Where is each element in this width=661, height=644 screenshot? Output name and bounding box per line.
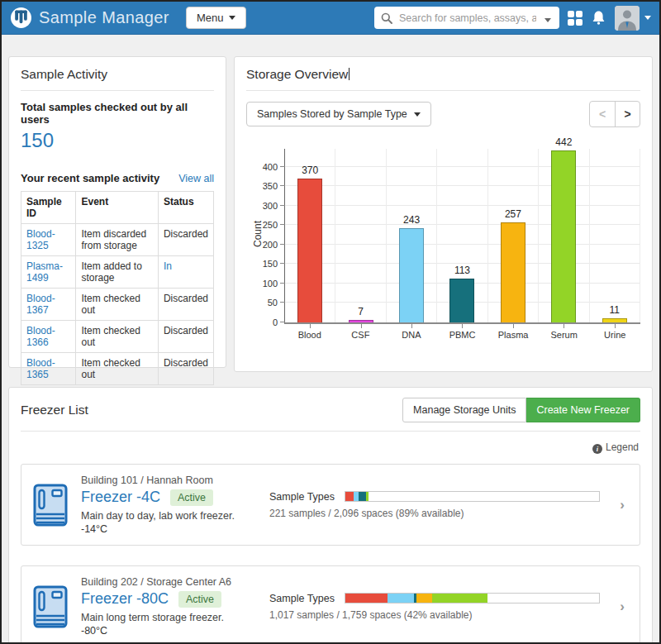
total-checked-out-label: Total samples checked out by all users	[21, 101, 214, 126]
y-tick-label: 300	[263, 201, 278, 211]
chart-column: 11	[590, 149, 640, 322]
search-dropdown-caret[interactable]	[543, 9, 553, 27]
bar-value-label: 7	[335, 306, 385, 317]
y-tick-label: 100	[263, 279, 278, 289]
x-tick	[615, 324, 616, 328]
app-title: Sample Manager	[39, 8, 169, 27]
app-logo[interactable]: Sample Manager	[10, 7, 169, 29]
create-new-freezer-button[interactable]: Create New Freezer	[526, 398, 640, 422]
y-tick-label: 50	[268, 298, 278, 308]
storage-overview-panel: Storage Overview Samples Stored by Sampl…	[234, 56, 653, 372]
sample-types-label: Sample Types	[269, 491, 335, 503]
sample-id-link[interactable]: Blood-1367	[21, 289, 76, 321]
bar-value-label: 113	[437, 265, 487, 276]
chart-column: 370	[285, 149, 335, 322]
user-avatar	[615, 6, 640, 31]
x-tick-label: Blood	[284, 330, 335, 340]
sample-activity-title: Sample Activity	[21, 67, 214, 82]
chart-column: 7	[335, 149, 386, 322]
freezer-card[interactable]: Building 101 / Hannah Room Freezer -4C A…	[21, 464, 640, 546]
freezer-name-link[interactable]: Freezer -80C	[81, 590, 169, 608]
freezer-breadcrumb: Building 202 / Storage Center A6	[81, 576, 256, 588]
bar-dna	[399, 228, 424, 322]
freezer-icon	[33, 585, 68, 628]
bar-value-label: 243	[387, 214, 436, 226]
recent-activity-label: Your recent sample activity	[21, 172, 159, 184]
status-cell: Discarded	[158, 224, 213, 256]
freezer-card[interactable]: Building 202 / Storage Center A6 Freezer…	[21, 565, 640, 644]
chart-column: 113	[437, 149, 487, 322]
chevron-right-icon[interactable]: ›	[613, 599, 631, 615]
sample-id-link[interactable]: Blood-1366	[21, 321, 76, 353]
x-tick	[361, 324, 362, 328]
notifications-bell-icon[interactable]	[591, 10, 606, 26]
y-tick-label: 200	[263, 240, 278, 250]
x-tick-label: Urine	[589, 330, 640, 340]
sample-activity-panel: Sample Activity Total samples checked ou…	[8, 56, 226, 368]
event-cell: Item added to storage	[76, 256, 159, 289]
freezer-description: Main day to day, lab work freezer.	[81, 510, 256, 522]
chevron-down-icon	[229, 16, 235, 20]
bar-segment	[345, 594, 388, 603]
chart-pager: < >	[589, 101, 640, 127]
status-cell: Discarded	[158, 289, 213, 321]
chart-type-dropdown[interactable]: Samples Stored by Sample Type	[246, 102, 431, 126]
sample-id-link[interactable]: Blood-1325	[21, 224, 76, 256]
table-row: Blood-1366 Item checked out Discarded	[21, 321, 214, 353]
sample-types-bar	[345, 593, 600, 603]
chevron-right-icon[interactable]: ›	[613, 497, 631, 513]
apps-grid-icon[interactable]	[568, 11, 583, 26]
freezer-list-panel: Freezer List Manage Storage Units Create…	[8, 387, 653, 644]
bar-value-label: 257	[488, 208, 538, 220]
y-tick-label: 150	[263, 259, 278, 269]
bar-segment	[366, 492, 369, 501]
capacity-text: 221 samples / 2,096 spaces (89% availabl…	[269, 508, 600, 519]
page-content: Sample Activity Total samples checked ou…	[2, 35, 659, 644]
user-menu[interactable]	[615, 6, 651, 31]
freezer-name-link[interactable]: Freezer -4C	[81, 489, 160, 506]
column-header-status: Status	[158, 192, 213, 224]
legend-toggle[interactable]: iLegend	[21, 441, 639, 454]
y-tick-label: 0	[273, 317, 278, 327]
sample-types-label: Sample Types	[269, 593, 335, 604]
chart-column: 243	[387, 149, 437, 322]
event-cell: Item checked out	[76, 321, 159, 353]
menu-button[interactable]: Menu	[186, 7, 247, 29]
sample-manager-logo-icon	[10, 7, 32, 29]
next-chart-button[interactable]: >	[615, 102, 640, 126]
status-cell: Discarded	[158, 321, 213, 353]
bar-segment	[388, 594, 414, 603]
x-tick-label: Plasma	[487, 330, 539, 340]
bar-blood	[297, 179, 322, 322]
y-tick-label: 400	[263, 162, 278, 172]
column-header-event: Event	[76, 192, 159, 224]
chart-column: 442	[539, 149, 589, 322]
event-cell: Item checked out	[76, 289, 159, 321]
global-search	[374, 7, 559, 29]
table-row: Plasma-1499 Item added to storage In	[21, 256, 214, 289]
status-cell: Discarded	[158, 353, 213, 385]
chart-column: 257	[488, 149, 539, 322]
freezer-breadcrumb: Building 101 / Hannah Room	[81, 475, 256, 486]
sample-id-link[interactable]: Plasma-1499	[21, 256, 76, 289]
sample-id-link[interactable]: Blood-1365	[21, 353, 76, 385]
bar-segment	[432, 594, 487, 603]
bar-plasma	[501, 222, 525, 322]
table-row: Blood-1365 Item checked out Discarded	[21, 353, 214, 385]
bar-csf	[349, 320, 373, 322]
event-cell: Item checked out	[76, 353, 159, 385]
search-input[interactable]	[397, 12, 538, 25]
chart-x-axis-labels: BloodCSFDNAPBMCPlasmaSerumUrine	[284, 330, 640, 340]
freezer-temperature: -80°C	[81, 625, 256, 637]
app-window: Sample Manager Menu	[0, 0, 661, 644]
previous-chart-button[interactable]: <	[590, 102, 615, 126]
manage-storage-units-button[interactable]: Manage Storage Units	[402, 398, 526, 422]
freezer-description: Main long term storage freezer.	[81, 612, 256, 623]
bar-value-label: 11	[590, 304, 640, 316]
freezer-list-title: Freezer List	[21, 403, 88, 417]
chevron-down-icon	[414, 112, 421, 117]
view-all-link[interactable]: View all	[178, 173, 214, 184]
x-tick-label: PBMC	[437, 330, 488, 340]
status-link[interactable]: In	[158, 256, 213, 289]
status-badge: Active	[178, 591, 221, 608]
